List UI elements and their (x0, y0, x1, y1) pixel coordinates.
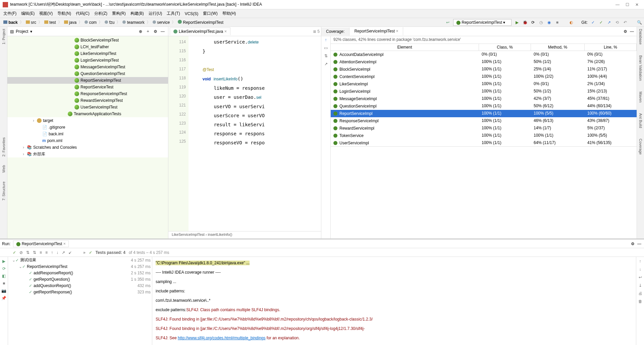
coverage-row[interactable]: TokenService100% (1/1)100% (1/1)100% (5/… (331, 132, 637, 139)
editor-breadcrumb[interactable]: LikeServiceImplTest › insertLikeInfo() (168, 231, 321, 238)
tree-item[interactable]: TeamworkApplicationTests (7, 111, 168, 117)
toggle-icon[interactable]: ◧ (2, 274, 6, 278)
database-tool-tab[interactable]: Database (639, 29, 643, 45)
attach-icon[interactable]: ■ (554, 20, 560, 25)
breadcrumb-item[interactable]: back (3, 20, 18, 25)
tree-item[interactable]: QuestionServiceImplTest (7, 70, 168, 77)
git-revert-icon[interactable]: ↶ (623, 20, 628, 25)
stop-run-icon[interactable]: ■ (3, 281, 5, 286)
tree-item[interactable]: ReportServiceImplTest (7, 77, 168, 84)
scroll-end-icon[interactable]: ⤓ (639, 283, 642, 288)
coverage-tool-tab[interactable]: Coverage (639, 139, 643, 155)
rerun-icon[interactable]: ▶ (2, 259, 5, 264)
coverage-active-tab[interactable]: ReportServiceImplTest × (350, 27, 403, 36)
disable-icon[interactable]: ⊘ (19, 250, 23, 255)
git-push-icon[interactable]: ↗ (606, 20, 612, 25)
tree-item[interactable]: ReportServiceTest (7, 84, 168, 90)
menu-item[interactable]: 分析(Z) (94, 11, 107, 16)
coverage-run-icon[interactable]: ⟳ (530, 20, 536, 25)
code-editor[interactable]: userService.delete } @Test void insertLi… (189, 36, 321, 231)
breadcrumb-item[interactable]: teamwork (122, 20, 144, 25)
tree-item[interactable]: MessageServiceImplTest (7, 64, 168, 70)
close-button[interactable]: ✕ (635, 2, 639, 7)
filter-icon[interactable]: ⇅ (324, 54, 328, 58)
git-history-icon[interactable]: ⟲ (614, 20, 620, 25)
test-tree-item[interactable]: ✓addResponseReport()2 s 152 ms (8, 270, 152, 276)
coverage-gear-icon[interactable]: ⚙ (623, 29, 628, 34)
flat-icon[interactable]: ▭ (324, 46, 328, 50)
export-test-icon[interactable]: ↗ (62, 250, 65, 255)
structure-tool-tab[interactable]: 7: Structure (2, 182, 6, 201)
menu-item[interactable]: 运行(U) (149, 11, 162, 16)
minimize-button[interactable]: — (615, 2, 620, 7)
menu-item[interactable]: 导航(N) (57, 11, 71, 16)
coverage-row[interactable]: LoginServiceImpl100% (1/1)50% (1/2)15% (… (331, 88, 637, 95)
run-active-tab[interactable]: ⬤ ReportServiceImplTest × (13, 240, 68, 247)
breadcrumb-item[interactable]: src (26, 20, 36, 25)
tree-item[interactable]: LikeServiceImplTest (7, 50, 168, 57)
run-gear-icon[interactable]: ⚙ (630, 241, 636, 247)
expand-icon[interactable]: ≡ (40, 250, 42, 255)
tree-item[interactable]: RewardServiceImplTest (7, 97, 168, 104)
hide-icon[interactable]: — (160, 29, 165, 34)
maximize-button[interactable]: ☐ (626, 2, 629, 7)
run-config-select[interactable]: ⬤ ReportServiceImplTest ▾ (453, 19, 512, 26)
breadcrumb-item[interactable]: service (153, 20, 170, 25)
test-tree-item[interactable]: ⌄ ✓ReportServiceImplTest4 s 257 ms (8, 263, 152, 270)
col-line[interactable]: Line, % (585, 44, 637, 51)
editor-tab[interactable]: LikeServiceImplTest.java × (170, 27, 230, 35)
scroll-down-icon[interactable]: ↓ (639, 267, 641, 272)
col-method[interactable]: Method, % (531, 44, 585, 51)
coverage-row[interactable]: UserServiceImpl100% (1/1)64% (11/17)41% … (331, 139, 637, 147)
up-nav-icon[interactable]: ↑ (51, 250, 53, 255)
project-tool-tab[interactable]: 1: Project (2, 29, 6, 44)
web-tool-tab[interactable]: Web (2, 165, 6, 172)
back-icon[interactable]: ↩ (445, 20, 450, 25)
coverage-row[interactable]: AccountDataServiceImpl0% (0/1)0% (0/1)0%… (331, 51, 637, 58)
breadcrumb-item[interactable]: test (44, 20, 56, 25)
git-update-icon[interactable]: ✓ (590, 20, 596, 25)
test-tree-item[interactable]: ✓getReportResponse()323 ms (8, 289, 152, 295)
tree-item[interactable]: ›📚 外部库 (7, 151, 168, 157)
run-icon[interactable]: ▶ (514, 20, 520, 25)
profile-icon[interactable]: ◷ (538, 20, 544, 25)
coverage-row[interactable]: BlockServiceImpl100% (1/1)25% (1/4)11% (… (331, 66, 637, 73)
breadcrumb-item[interactable]: ReportServiceImplTest (178, 20, 223, 25)
coverage-row[interactable]: AttentionServiceImpl100% (1/1)50% (1/2)7… (331, 58, 637, 66)
coverage-row[interactable]: MessageServiceImpl100% (1/1)42% (3/7)45%… (331, 95, 637, 102)
menu-item[interactable]: 编辑(E) (21, 11, 35, 16)
history-nav-icon[interactable]: » (83, 250, 86, 255)
col-element[interactable]: Element (331, 44, 479, 51)
menu-item[interactable]: 构建(B) (130, 11, 144, 16)
close-coverage-icon[interactable]: × (396, 29, 398, 33)
debug-icon[interactable]: 🐞 (522, 20, 528, 25)
down-nav-icon[interactable]: ↓ (56, 250, 58, 255)
search-icon[interactable]: 🔍 (637, 20, 642, 25)
breadcrumb-item[interactable]: java (64, 20, 76, 25)
rerun-failed-icon[interactable]: ⟳ (2, 266, 6, 271)
ant-build-tool-tab[interactable]: Ant Build (639, 113, 643, 128)
breadcrumb-item[interactable]: fzu (105, 20, 114, 25)
tree-item[interactable]: 📄 .gitignore (7, 124, 168, 131)
favorites-tool-tab[interactable]: 2: Favorites (2, 137, 6, 156)
menu-item[interactable]: 视图(V) (39, 11, 53, 16)
tree-item[interactable]: ›📚 Scratches and Consoles (7, 144, 168, 151)
print-icon[interactable]: 🖨 (638, 291, 642, 296)
tree-item[interactable]: LCH_testFather (7, 44, 168, 50)
locate-icon[interactable]: ⊕ (138, 29, 143, 34)
clear-icon[interactable]: 🗑 (638, 299, 642, 304)
menu-item[interactable]: 文件(F) (3, 11, 16, 16)
test-tree-item[interactable]: ⌄ ✓测试结果4 s 257 ms (8, 257, 152, 263)
import-test-icon[interactable]: ↙ (68, 250, 72, 255)
col-class[interactable]: Class, % (479, 44, 531, 51)
stop-icon[interactable]: ◉ (546, 20, 552, 25)
up-icon[interactable]: ↑ (325, 38, 327, 42)
git-commit-icon[interactable]: ✓ (598, 20, 604, 25)
export-icon[interactable]: ↗ (324, 62, 328, 66)
menu-item[interactable]: 工具(T) (167, 11, 180, 16)
coverage-row[interactable]: LikeServiceImpl100% (1/1)0% (0/1)2% (1/3… (331, 80, 637, 88)
ide-icon[interactable]: ◐ (569, 20, 574, 25)
tree-item[interactable]: 📄 back.iml (7, 131, 168, 137)
coverage-row[interactable]: ContentServiceImpl100% (1/1)100% (2/2)10… (331, 73, 637, 80)
collapse-icon[interactable]: ÷ (145, 29, 151, 34)
